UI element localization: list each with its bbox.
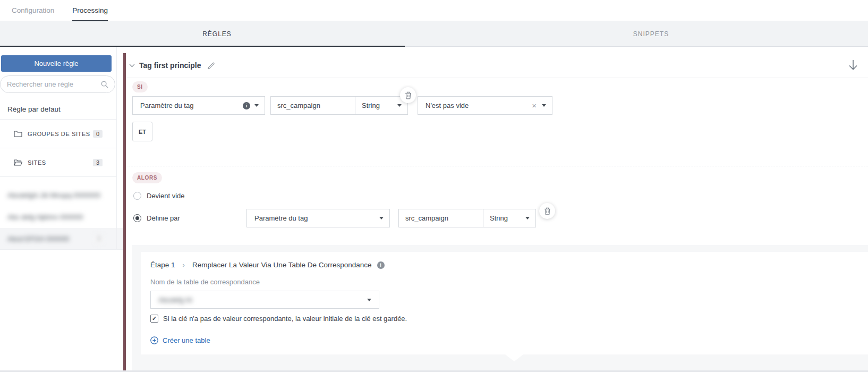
- chevron-down-icon: [254, 104, 259, 107]
- radio-defined-label: Définie par: [147, 214, 180, 222]
- tab-configuration[interactable]: Configuration: [12, 0, 54, 21]
- redacted-table-name: Abcdefg Hi: [158, 296, 192, 304]
- sidebar-item-site-redacted-selected[interactable]: Abcd EFGH 000000 0: [0, 228, 123, 250]
- if-badge: SI: [132, 81, 148, 92]
- chevron-down-icon: [525, 217, 530, 219]
- redacted-count-badge: 0: [94, 234, 104, 243]
- action-param-value[interactable]: [405, 214, 476, 222]
- action-field-select[interactable]: Paramètre du tag: [246, 209, 390, 227]
- collapse-chevron-icon[interactable]: [129, 64, 135, 67]
- create-table-label: Créer une table: [163, 336, 210, 344]
- redacted-site-name: Abcdefghi Jkl Mnopq 0000000: [7, 191, 100, 199]
- condition-type-select[interactable]: String: [355, 96, 408, 115]
- info-icon[interactable]: i: [243, 102, 250, 109]
- step-header: Étape 1 › Remplacer La Valeur Via Une Ta…: [150, 261, 857, 269]
- action-type-select[interactable]: String: [483, 209, 536, 227]
- chevron-down-icon: [397, 104, 402, 107]
- folder-icon: [14, 130, 22, 137]
- app-window: Configuration Processing RÈGLES SNIPPETS…: [0, 0, 868, 372]
- sidebar-item-site-redacted[interactable]: Abc defg hijklmn 000000: [0, 206, 116, 228]
- tab-processing[interactable]: Processing: [72, 0, 108, 21]
- new-rule-button[interactable]: Nouvelle règle: [1, 55, 112, 72]
- rule-header: Tag first principle: [126, 53, 868, 78]
- delete-action-button[interactable]: [539, 203, 555, 219]
- section-divider: [126, 166, 868, 166]
- then-badge: ALORS: [132, 172, 162, 183]
- condition-field-value: Paramètre du tag: [140, 102, 243, 109]
- action-field-value: Paramètre du tag: [254, 214, 379, 222]
- trash-icon: [405, 91, 412, 99]
- redacted-site-name: Abc defg hijklmn 000000: [7, 213, 83, 221]
- redacted-site-name: Abcd EFGH 000000: [7, 235, 69, 243]
- rule-title: Tag first principle: [139, 61, 201, 70]
- clear-icon[interactable]: ×: [532, 102, 537, 109]
- tab-regles[interactable]: RÈGLES: [0, 21, 434, 46]
- action-param-input[interactable]: [398, 209, 483, 227]
- step-card: Étape 1 › Remplacer La Valeur Via Une Ta…: [141, 252, 868, 354]
- trash-icon: [544, 207, 551, 215]
- search-input[interactable]: [7, 80, 101, 88]
- and-condition-button[interactable]: ET: [132, 122, 152, 141]
- delete-condition-button[interactable]: [400, 87, 416, 103]
- option-becomes-empty: Devient vide: [133, 190, 868, 201]
- rule-panel: Tag first principle SI: [123, 53, 868, 372]
- folder-open-icon: [14, 159, 22, 166]
- condition-field-select[interactable]: Paramètre du tag i: [132, 96, 265, 115]
- table-name-select[interactable]: Abcdefg Hi: [150, 291, 379, 309]
- condition-type-value: String: [362, 102, 380, 109]
- radio-defined-wrap: Définie par: [133, 214, 246, 222]
- sidebar-item-default-rule[interactable]: Règle par defaut: [0, 99, 116, 120]
- condition-param-input[interactable]: [270, 96, 355, 115]
- condition-row: Paramètre du tag i String N'est pas vide…: [132, 96, 868, 115]
- action-type-value: String: [490, 214, 508, 222]
- keep-value-label: Si la clé n'a pas de valeur correspondan…: [163, 315, 407, 323]
- tab-snippets[interactable]: SNIPPETS: [434, 21, 868, 46]
- table-name-label: Nom de la table de correspondance: [150, 278, 857, 286]
- step-area: Étape 1 › Remplacer La Valeur Via Une Ta…: [132, 245, 868, 372]
- info-icon[interactable]: i: [377, 261, 385, 269]
- chevron-down-icon: [367, 299, 371, 301]
- condition-operator-value: N'est pas vide: [426, 102, 532, 109]
- keep-value-checkbox[interactable]: ✓: [150, 315, 158, 323]
- option-defined-by: Définie par Paramètre du tag String: [133, 209, 868, 227]
- content-area: Nouvelle règle Règle par defaut GROUPES …: [0, 47, 868, 372]
- rules-sidebar: Nouvelle règle Règle par defaut GROUPES …: [0, 47, 123, 372]
- chevron-right-icon: ›: [183, 261, 185, 269]
- sidebar-item-site-redacted[interactable]: Abcdefghi Jkl Mnopq 0000000: [0, 184, 116, 206]
- step-label: Étape 1: [150, 261, 175, 269]
- site-groups-count-badge: 0: [93, 130, 103, 138]
- chevron-down-icon: [542, 104, 546, 107]
- radio-defined[interactable]: [133, 214, 141, 222]
- rule-editor: Tag first principle SI: [123, 47, 868, 372]
- keep-value-option: ✓ Si la clé n'a pas de valeur correspond…: [150, 315, 857, 323]
- condition-param-value[interactable]: [277, 102, 348, 109]
- rule-search: [0, 75, 115, 93]
- download-icon[interactable]: [847, 58, 860, 72]
- create-table-link[interactable]: Créer une table: [150, 336, 857, 344]
- site-groups-label: GROUPES DE SITES: [28, 131, 90, 137]
- chevron-down-icon: [379, 217, 384, 219]
- sites-label: SITES: [28, 159, 46, 166]
- edit-pencil-icon[interactable]: [207, 62, 215, 70]
- section-tabs: RÈGLES SNIPPETS: [0, 21, 868, 47]
- step-title: Remplacer La Valeur Via Une Table De Cor…: [192, 261, 372, 269]
- search-icon: [101, 81, 108, 88]
- radio-empty-label: Devient vide: [147, 192, 185, 200]
- sidebar-item-sites[interactable]: SITES 3: [0, 148, 116, 177]
- top-navigation: Configuration Processing: [0, 0, 868, 21]
- sidebar-item-site-groups[interactable]: GROUPES DE SITES 0: [0, 120, 116, 148]
- sites-count-badge: 3: [93, 159, 103, 166]
- plus-circle-icon: [150, 336, 158, 344]
- condition-operator-select[interactable]: N'est pas vide ×: [418, 96, 552, 115]
- radio-empty[interactable]: [133, 192, 141, 200]
